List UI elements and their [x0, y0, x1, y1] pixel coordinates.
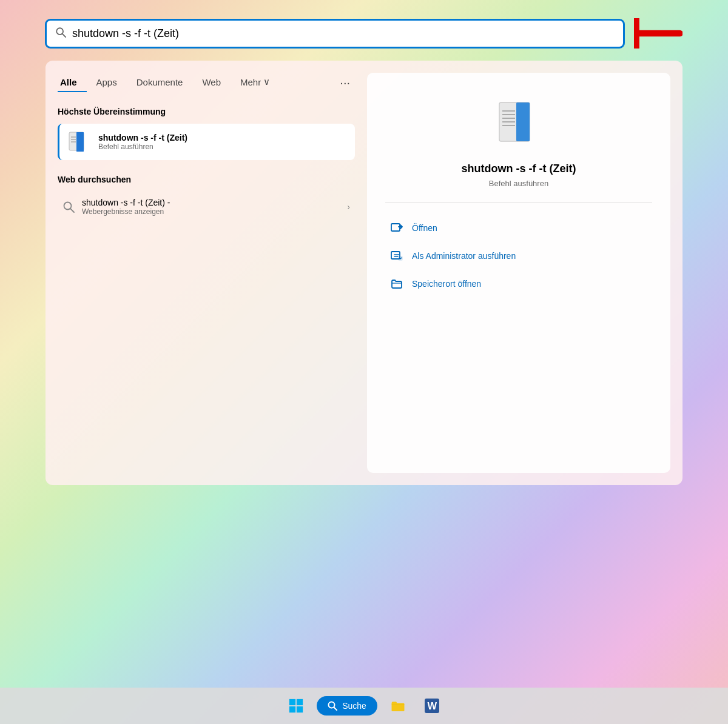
- red-arrow-indicator: [634, 18, 682, 49]
- search-input[interactable]: [72, 27, 615, 40]
- app-icon-large: [491, 97, 546, 152]
- svg-text:W: W: [427, 700, 437, 711]
- taskbar: Suche W: [0, 688, 728, 724]
- best-match-text: shutdown -s -f -t (Zeit) Befehl ausführe…: [98, 133, 187, 151]
- mehr-label: Mehr: [240, 77, 261, 87]
- search-input-wrapper[interactable]: [46, 19, 624, 48]
- taskbar-folder-button[interactable]: [385, 692, 411, 719]
- tab-web[interactable]: Web: [192, 73, 231, 92]
- tab-dokumente[interactable]: Dokumente: [127, 73, 193, 92]
- svg-line-29: [334, 708, 337, 711]
- web-result-item[interactable]: shutdown -s -f -t (Zeit) - Webergebnisse…: [58, 192, 355, 222]
- detail-app-title: shutdown -s -f -t (Zeit): [462, 163, 576, 175]
- action-admin-label: Als Administrator ausführen: [412, 251, 516, 261]
- taskbar-word-button[interactable]: W: [419, 692, 445, 719]
- taskbar-search-label: Suche: [342, 701, 366, 711]
- right-panel: shutdown -s -f -t (Zeit) Befehl ausführe…: [367, 73, 670, 473]
- svg-rect-20: [516, 102, 530, 141]
- search-bar-container: [46, 18, 682, 49]
- action-run-admin[interactable]: Als Administrator ausführen: [385, 243, 652, 269]
- svg-rect-23: [399, 256, 402, 260]
- windows-start-button[interactable]: [283, 692, 309, 719]
- left-panel: Alle Apps Dokumente Web Mehr ∨ ··· Höchs…: [58, 73, 355, 473]
- open-icon: [390, 221, 403, 235]
- tabs-left: Alle Apps Dokumente Web Mehr ∨: [58, 73, 280, 92]
- taskbar-search-button[interactable]: Suche: [317, 696, 377, 716]
- chevron-down-icon: ∨: [263, 76, 270, 87]
- action-open[interactable]: Öffnen: [385, 215, 652, 241]
- svg-line-1: [62, 33, 66, 36]
- svg-line-12: [70, 209, 74, 212]
- best-match-item-subtitle: Befehl ausführen: [98, 142, 187, 151]
- svg-rect-25: [297, 699, 303, 705]
- web-search-section: Web durchsuchen shutdown -s -f -t (Zeit)…: [58, 175, 355, 222]
- best-match-section: Höchste Übereinstimmung: [58, 107, 355, 160]
- tab-mehr[interactable]: Mehr ∨: [231, 73, 280, 92]
- svg-rect-6: [76, 132, 84, 152]
- tabs-row: Alle Apps Dokumente Web Mehr ∨ ···: [58, 73, 355, 92]
- svg-rect-27: [297, 706, 303, 712]
- web-search-icon: [62, 201, 75, 213]
- best-match-result-item[interactable]: shutdown -s -f -t (Zeit) Befehl ausführe…: [58, 124, 355, 160]
- admin-icon: [390, 249, 403, 263]
- search-icon: [55, 27, 66, 41]
- svg-rect-24: [289, 699, 295, 705]
- web-result-text: shutdown -s -f -t (Zeit) - Webergebnisse…: [82, 198, 340, 216]
- svg-rect-26: [289, 706, 295, 712]
- detail-app-subtitle: Befehl ausführen: [489, 179, 548, 188]
- action-location-label: Speicherort öffnen: [412, 279, 481, 289]
- action-open-label: Öffnen: [412, 223, 437, 233]
- tab-all[interactable]: Alle: [58, 73, 87, 92]
- best-match-item-title: shutdown -s -f -t (Zeit): [98, 133, 187, 142]
- tab-apps[interactable]: Apps: [87, 73, 127, 92]
- folder-open-icon: [390, 277, 403, 290]
- divider: [385, 203, 652, 203]
- best-match-title: Höchste Übereinstimmung: [58, 107, 355, 116]
- action-open-location[interactable]: Speicherort öffnen: [385, 271, 652, 297]
- svg-rect-21: [391, 224, 400, 231]
- web-search-title: Web durchsuchen: [58, 175, 355, 184]
- more-options-button[interactable]: ···: [335, 73, 355, 92]
- action-list: Öffnen Als Administrator ausführen: [385, 215, 652, 297]
- web-result-title: shutdown -s -f -t (Zeit) -: [82, 198, 340, 207]
- web-result-subtitle: Webergebnisse anzeigen: [82, 207, 340, 216]
- web-result-chevron-icon: ›: [347, 202, 350, 212]
- cmd-icon: [68, 131, 90, 153]
- search-panel: Alle Apps Dokumente Web Mehr ∨ ··· Höchs…: [46, 61, 682, 485]
